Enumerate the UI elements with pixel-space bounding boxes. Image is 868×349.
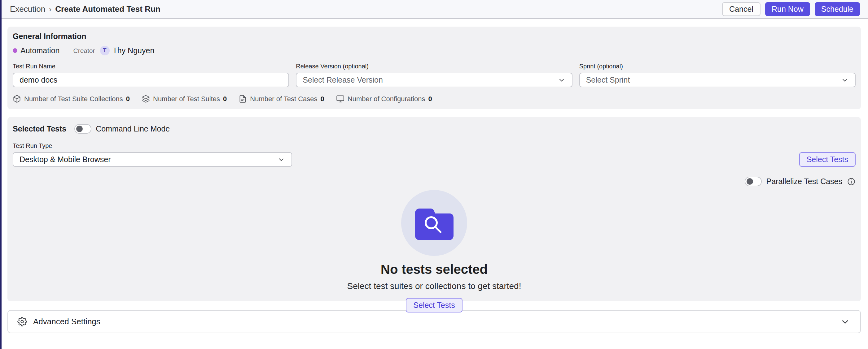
- breadcrumb-parent[interactable]: Execution: [10, 4, 45, 14]
- topbar-actions: Cancel Run Now Schedule: [722, 2, 860, 16]
- empty-state: No tests selected Select test suites or …: [13, 190, 856, 313]
- schedule-button[interactable]: Schedule: [815, 2, 860, 16]
- layers-icon: [142, 95, 150, 103]
- stat-label: Number of Configurations: [348, 95, 425, 103]
- document-icon: [239, 95, 247, 103]
- stat-test-suites: Number of Test Suites 0: [142, 95, 227, 103]
- gear-icon: [17, 317, 27, 326]
- toggle-knob: [747, 178, 753, 185]
- general-information-panel: General Information Automation Creator T…: [7, 27, 861, 109]
- general-information-title: General Information: [13, 32, 856, 41]
- sprint-placeholder: Select Sprint: [586, 75, 630, 84]
- test-run-type-label: Test Run Type: [13, 142, 292, 149]
- chevron-down-icon: [277, 155, 285, 164]
- advanced-settings-panel[interactable]: Advanced Settings: [7, 310, 861, 333]
- empty-state-title: No tests selected: [381, 262, 488, 277]
- stat-test-cases: Number of Test Cases 0: [239, 95, 324, 103]
- advanced-settings-title: Advanced Settings: [33, 317, 100, 326]
- release-version-placeholder: Select Release Version: [303, 75, 382, 84]
- breadcrumb-separator: ›: [49, 5, 52, 13]
- automation-status-dot: [13, 48, 17, 53]
- stat-value: 0: [223, 95, 227, 103]
- page-title: Create Automated Test Run: [55, 4, 160, 14]
- chevron-down-icon[interactable]: [840, 316, 850, 327]
- stat-label: Number of Test Suites: [153, 95, 220, 103]
- test-run-type-select[interactable]: Desktop & Mobile Browser: [13, 152, 292, 167]
- stat-label: Number of Test Suite Collections: [24, 95, 123, 103]
- command-line-mode-label: Command Line Mode: [96, 125, 170, 133]
- stat-configurations: Number of Configurations 0: [336, 95, 432, 103]
- creator-avatar: T: [100, 46, 110, 56]
- select-tests-button[interactable]: Select Tests: [799, 152, 856, 167]
- info-icon[interactable]: [847, 177, 856, 186]
- creator-name: Thy Nguyen: [113, 46, 155, 55]
- cube-icon: [13, 95, 21, 103]
- folder-search-icon: [413, 206, 456, 240]
- general-fields: Test Run Name Release Version (optional)…: [13, 63, 856, 87]
- chevron-down-icon: [558, 76, 566, 84]
- empty-state-select-tests-button[interactable]: Select Tests: [406, 298, 462, 313]
- topbar: Execution › Create Automated Test Run Ca…: [0, 0, 868, 19]
- test-run-type-row: Test Run Type Desktop & Mobile Browser S…: [13, 142, 856, 167]
- parallelize-toggle[interactable]: [745, 177, 762, 186]
- stat-value: 0: [126, 95, 130, 103]
- selected-tests-header: Selected Tests Command Line Mode: [13, 124, 856, 134]
- release-version-select[interactable]: Select Release Version: [296, 73, 572, 87]
- test-run-name-label: Test Run Name: [13, 63, 289, 70]
- stat-value: 0: [428, 95, 432, 103]
- test-run-name-field: Test Run Name: [13, 63, 289, 87]
- sprint-select[interactable]: Select Sprint: [579, 73, 856, 87]
- toggle-knob: [76, 126, 83, 132]
- empty-state-subtitle: Select test suites or collections to get…: [347, 281, 521, 291]
- stat-test-suite-collections: Number of Test Suite Collections 0: [13, 95, 130, 103]
- selected-tests-title: Selected Tests: [13, 125, 66, 133]
- breadcrumb: Execution › Create Automated Test Run: [10, 4, 160, 14]
- chevron-down-icon: [841, 76, 849, 84]
- release-version-label: Release Version (optional): [296, 63, 572, 70]
- sprint-field: Sprint (optional) Select Sprint: [579, 63, 856, 87]
- sidebar-edge-strip: [0, 0, 2, 349]
- test-run-type-field: Test Run Type Desktop & Mobile Browser: [13, 142, 292, 167]
- test-stats-row: Number of Test Suite Collections 0 Numbe…: [13, 95, 856, 103]
- release-version-field: Release Version (optional) Select Releas…: [296, 63, 572, 87]
- stat-label: Number of Test Cases: [250, 95, 317, 103]
- empty-state-illustration: [401, 190, 467, 256]
- monitor-icon: [336, 95, 344, 103]
- run-meta-row: Automation Creator T Thy Nguyen: [13, 46, 856, 56]
- parallelize-label: Parallelize Test Cases: [766, 177, 842, 186]
- selected-tests-panel: Selected Tests Command Line Mode Test Ru…: [7, 117, 861, 301]
- parallelize-row: Parallelize Test Cases: [13, 177, 856, 186]
- sprint-label: Sprint (optional): [579, 63, 856, 70]
- creator-label: Creator: [73, 47, 95, 55]
- cancel-button[interactable]: Cancel: [722, 2, 761, 16]
- test-run-name-input[interactable]: [13, 73, 289, 87]
- test-run-type-value: Desktop & Mobile Browser: [20, 155, 111, 164]
- run-type-badge: Automation: [21, 46, 60, 55]
- stat-value: 0: [321, 95, 324, 103]
- command-line-mode-toggle[interactable]: [74, 124, 91, 134]
- run-now-button[interactable]: Run Now: [765, 2, 810, 16]
